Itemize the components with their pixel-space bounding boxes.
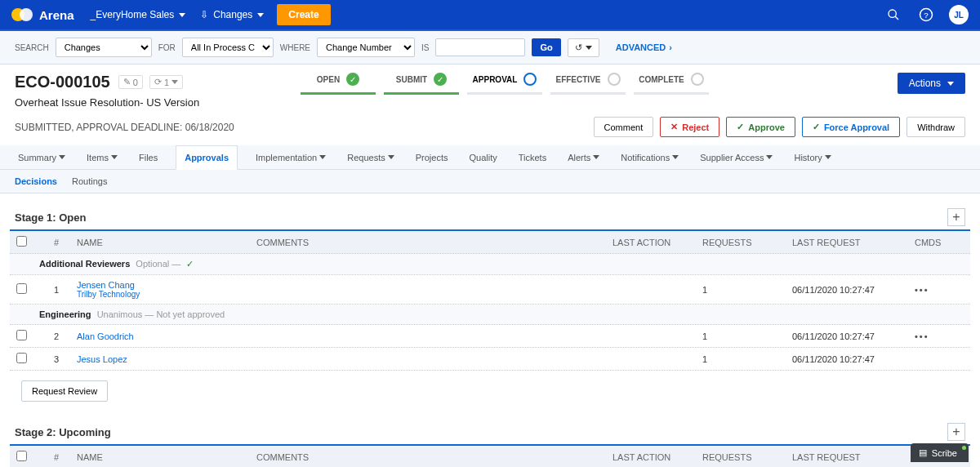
row-actions-menu[interactable]: ••• bbox=[915, 331, 929, 341]
row-num: 3 bbox=[36, 354, 77, 364]
tab-summary[interactable]: Summary bbox=[15, 145, 69, 169]
stage2-grid: # NAME COMMENTS LAST ACTION REQUESTS LAS… bbox=[10, 444, 970, 467]
subtab-decisions[interactable]: Decisions bbox=[15, 176, 57, 186]
chevron-down-icon bbox=[947, 82, 954, 86]
stage-approval: APPROVAL bbox=[467, 73, 542, 95]
current-stage-icon bbox=[523, 73, 537, 86]
tab-files[interactable]: Files bbox=[136, 145, 161, 169]
col-last-action: LAST ACTION bbox=[612, 238, 702, 247]
check-icon bbox=[434, 73, 447, 86]
approve-button[interactable]: ✓Approve bbox=[726, 117, 795, 137]
for-label: FOR bbox=[158, 43, 176, 52]
stage-complete: COMPLETE bbox=[634, 73, 709, 95]
tab-items[interactable]: Items bbox=[83, 145, 121, 169]
chevron-down-icon bbox=[825, 155, 831, 159]
search-input[interactable] bbox=[435, 38, 525, 56]
reviewer-link[interactable]: Alan Goodrich bbox=[77, 331, 134, 341]
requests-value: 1 bbox=[702, 354, 792, 364]
last-request-value: 06/11/2020 10:27:47 bbox=[792, 285, 915, 295]
search-icon[interactable] bbox=[884, 5, 903, 24]
chevron-down-icon bbox=[257, 13, 264, 17]
grid-header: # NAME COMMENTS LAST ACTION REQUESTS LAS… bbox=[10, 231, 970, 254]
table-row: 1 Jensen Chang Trilby Technology 1 06/11… bbox=[10, 275, 970, 305]
force-approval-button[interactable]: ✓Force Approval bbox=[802, 117, 900, 137]
reviewer-link[interactable]: Jesus Lopez bbox=[77, 354, 127, 364]
chevron-down-icon bbox=[319, 155, 326, 159]
tab-alerts[interactable]: Alerts bbox=[564, 145, 603, 169]
svg-line-1 bbox=[895, 16, 898, 20]
rev-badge[interactable]: ⟳ 1 bbox=[149, 75, 183, 89]
row-actions-menu[interactable]: ••• bbox=[915, 285, 929, 295]
comment-button[interactable]: Comment bbox=[594, 117, 654, 137]
search-for-select[interactable]: All In Process Changes bbox=[182, 38, 274, 57]
check-icon bbox=[346, 73, 359, 86]
reject-button[interactable]: ✕Reject bbox=[660, 117, 719, 137]
chevron-down-icon bbox=[766, 155, 773, 159]
is-label: IS bbox=[421, 43, 429, 52]
scribe-widget[interactable]: ▤ Scribe bbox=[911, 443, 969, 462]
advanced-search-link[interactable]: ADVANCED › bbox=[616, 42, 672, 52]
tab-history[interactable]: History bbox=[791, 145, 834, 169]
add-reviewer-button[interactable]: + bbox=[947, 423, 965, 441]
chevron-down-icon bbox=[586, 46, 592, 50]
tab-quality[interactable]: Quality bbox=[466, 145, 500, 169]
group-engineering: Engineering Unanimous — Not yet approved bbox=[10, 305, 970, 325]
row-checkbox[interactable] bbox=[16, 283, 27, 294]
add-reviewer-button[interactable]: + bbox=[947, 208, 965, 226]
subtab-routings[interactable]: Routings bbox=[72, 176, 107, 186]
col-name: NAME bbox=[77, 452, 256, 462]
chevron-down-icon bbox=[172, 80, 178, 84]
x-icon: ✕ bbox=[670, 122, 678, 132]
stage-open: OPEN bbox=[301, 73, 376, 95]
status-row: SUBMITTED, APPROVAL DEADLINE: 06/18/2020… bbox=[0, 109, 980, 145]
table-row: 3 Jesus Lopez 1 06/11/2020 10:27:47 bbox=[10, 348, 970, 371]
actions-button[interactable]: Actions bbox=[898, 73, 965, 94]
notes-count: 0 bbox=[133, 78, 138, 87]
search-where-select[interactable]: Change Number bbox=[317, 38, 415, 57]
group-additional-reviewers: Additional Reviewers Optional — ✓ bbox=[10, 254, 970, 275]
search-label: SEARCH bbox=[15, 43, 49, 52]
workspace-label: _EveryHome Sales bbox=[91, 9, 175, 20]
tab-implementation[interactable]: Implementation bbox=[252, 145, 329, 169]
go-button[interactable]: Go bbox=[532, 38, 560, 56]
chevron-down-icon bbox=[672, 155, 679, 159]
help-icon[interactable]: ? bbox=[916, 5, 936, 24]
tab-approvals[interactable]: Approvals bbox=[176, 145, 238, 170]
search-history-button[interactable]: ↺ bbox=[568, 38, 599, 57]
svg-point-0 bbox=[889, 10, 896, 17]
col-name: NAME bbox=[77, 238, 256, 247]
select-all-checkbox[interactable] bbox=[16, 451, 27, 461]
tab-tickets[interactable]: Tickets bbox=[515, 145, 550, 169]
row-checkbox[interactable] bbox=[16, 330, 27, 340]
check-icon: ✓ bbox=[186, 259, 194, 269]
stage1-grid: # NAME COMMENTS LAST ACTION REQUESTS LAS… bbox=[10, 229, 970, 371]
tabs-sub: Decisions Routings bbox=[0, 170, 980, 193]
status-dot-icon bbox=[962, 446, 966, 450]
notes-badge[interactable]: ✎ 0 bbox=[118, 75, 143, 89]
global-header: Arena _EveryHome Sales ⇩ Changes Create … bbox=[0, 0, 980, 29]
tab-projects[interactable]: Projects bbox=[412, 145, 452, 169]
reviewer-link[interactable]: Jensen Chang bbox=[77, 280, 135, 290]
stage2-title: Stage 2: Upcoming bbox=[15, 426, 111, 438]
col-num: # bbox=[36, 238, 77, 247]
last-request-value: 06/11/2020 10:27:47 bbox=[792, 354, 915, 364]
content-area: Stage 1: Open + # NAME COMMENTS LAST ACT… bbox=[0, 193, 980, 467]
tab-notifications[interactable]: Notifications bbox=[617, 145, 682, 169]
actions-label: Actions bbox=[909, 78, 941, 89]
create-button[interactable]: Create bbox=[277, 4, 330, 25]
brand-name: Arena bbox=[39, 8, 74, 22]
record-id: ECO-000105 bbox=[15, 73, 110, 91]
row-num: 1 bbox=[36, 285, 77, 295]
user-avatar[interactable]: JL bbox=[949, 5, 969, 24]
row-checkbox[interactable] bbox=[16, 353, 27, 363]
withdraw-button[interactable]: Withdraw bbox=[906, 117, 965, 137]
col-last-request: LAST REQUEST bbox=[792, 238, 915, 247]
select-all-checkbox[interactable] bbox=[16, 236, 27, 247]
tab-supplier-access[interactable]: Supplier Access bbox=[697, 145, 776, 169]
workspace-dropdown[interactable]: _EveryHome Sales bbox=[91, 9, 186, 20]
request-review-button[interactable]: Request Review bbox=[21, 380, 108, 402]
search-type-select[interactable]: Changes bbox=[56, 38, 152, 57]
tab-requests[interactable]: Requests bbox=[344, 145, 397, 169]
col-last-action: LAST ACTION bbox=[612, 452, 702, 462]
changes-menu[interactable]: ⇩ Changes bbox=[200, 9, 264, 20]
